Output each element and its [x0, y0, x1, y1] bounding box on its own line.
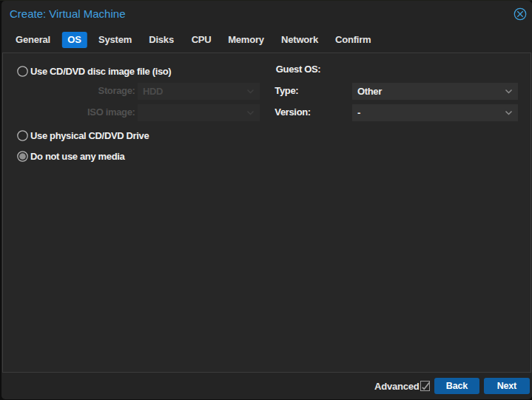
- iso-image-combo[interactable]: [138, 104, 260, 121]
- version-chevron-icon: [504, 108, 514, 118]
- advanced-checkbox[interactable]: [420, 381, 431, 391]
- radio-row-nomedia[interactable]: Do not use any media: [17, 151, 124, 162]
- tab-os[interactable]: OS: [61, 32, 87, 48]
- type-value: Other: [357, 86, 382, 97]
- dialog-footer: Advanced Back Next: [1, 373, 532, 400]
- tab-system[interactable]: System: [92, 32, 138, 48]
- storage-value: HDD: [143, 86, 163, 97]
- type-combo[interactable]: Other: [352, 83, 518, 100]
- tab-memory[interactable]: Memory: [222, 32, 270, 48]
- close-circle-x-icon: [514, 7, 527, 21]
- radio-physical-icon: [17, 130, 28, 141]
- dialog-title: Create: Virtual Machine: [10, 7, 125, 20]
- version-value: -: [357, 107, 360, 118]
- radio-iso-label: Use CD/DVD disc image file (iso): [30, 66, 171, 77]
- tab-bar: General OS System Disks CPU Memory Netwo…: [1, 32, 532, 48]
- screen: Create: Virtual Machine General OS Syste…: [0, 0, 532, 400]
- tab-general[interactable]: General: [10, 32, 56, 48]
- next-button[interactable]: Next: [484, 378, 530, 394]
- guest-os-heading: Guest OS:: [276, 64, 320, 75]
- top-edge-strip: [0, 0, 532, 1]
- advanced-label: Advanced: [374, 381, 420, 392]
- radio-row-iso[interactable]: Use CD/DVD disc image file (iso): [17, 66, 171, 77]
- type-chevron-icon: [504, 87, 514, 96]
- radio-row-physical[interactable]: Use physical CD/DVD Drive: [17, 130, 149, 141]
- close-icon[interactable]: [514, 7, 527, 21]
- version-label: Version:: [275, 106, 311, 118]
- tab-cpu[interactable]: CPU: [186, 32, 218, 48]
- iso-image-chevron-icon: [246, 108, 255, 118]
- storage-chevron-icon: [246, 87, 255, 96]
- create-vm-dialog: Create: Virtual Machine General OS Syste…: [1, 1, 532, 399]
- version-combo[interactable]: -: [352, 104, 518, 121]
- radio-iso-icon: [17, 66, 28, 77]
- type-label: Type:: [275, 85, 298, 96]
- radio-nomedia-label: Do not use any media: [30, 151, 124, 162]
- back-button[interactable]: Back: [434, 378, 479, 394]
- tab-disks[interactable]: Disks: [143, 32, 180, 48]
- radio-physical-label: Use physical CD/DVD Drive: [30, 130, 149, 141]
- check-icon: [421, 382, 430, 390]
- tab-confirm[interactable]: Confirm: [329, 32, 377, 48]
- tab-network[interactable]: Network: [275, 32, 324, 48]
- storage-combo[interactable]: HDD: [138, 83, 260, 100]
- iso-image-label: ISO image:: [44, 106, 135, 118]
- radio-nomedia-icon: [17, 151, 28, 162]
- storage-label: Storage:: [44, 85, 135, 96]
- form-panel: Use CD/DVD disc image file (iso) Storage…: [2, 52, 531, 373]
- dialog-titlebar: Create: Virtual Machine: [1, 1, 532, 30]
